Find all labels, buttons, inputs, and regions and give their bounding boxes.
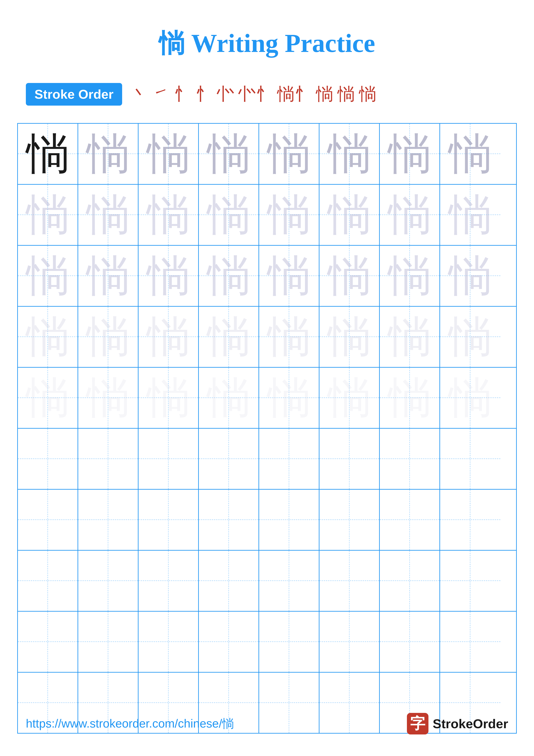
grid-cell[interactable]: 惝 (78, 246, 139, 306)
grid-cell[interactable]: 惝 (139, 307, 199, 367)
grid-cell-empty[interactable] (319, 429, 380, 489)
grid-cell-empty[interactable] (139, 490, 199, 550)
grid-cell-empty[interactable] (259, 551, 319, 611)
grid-cell-empty[interactable] (440, 551, 500, 611)
footer: https://www.strokeorder.com/chinese/惝 字 … (0, 713, 534, 735)
grid-cell-empty[interactable] (18, 490, 78, 550)
grid-cell[interactable]: 惝 (139, 246, 199, 306)
character-guide: 惝 (267, 376, 311, 419)
stroke-4: 忄 (195, 83, 213, 106)
character-guide: 惝 (267, 132, 311, 176)
grid-cell-empty[interactable] (199, 551, 259, 611)
character-guide: 惝 (388, 376, 431, 419)
grid-cell[interactable]: 惝 (199, 124, 259, 184)
grid-cell[interactable]: 惝 (440, 185, 500, 245)
character-guide: 惝 (207, 315, 250, 358)
grid-cell[interactable]: 惝 (18, 124, 78, 184)
grid-cell[interactable]: 惝 (380, 368, 440, 428)
grid-cell-empty[interactable] (199, 490, 259, 550)
grid-cell-empty[interactable] (380, 611, 440, 672)
grid-cell[interactable]: 惝 (319, 124, 380, 184)
grid-cell[interactable]: 惝 (380, 185, 440, 245)
grid-cell-empty[interactable] (199, 611, 259, 672)
grid-cell[interactable]: 惝 (259, 307, 319, 367)
grid-cell-empty[interactable] (380, 429, 440, 489)
character-guide: 惝 (87, 315, 130, 358)
stroke-order-badge: Stroke Order (26, 83, 122, 106)
grid-cell-empty[interactable] (18, 551, 78, 611)
grid-cell[interactable]: 惝 (380, 307, 440, 367)
footer-logo: 字 StrokeOrder (407, 713, 508, 735)
grid-cell[interactable]: 惝 (199, 246, 259, 306)
grid-cell[interactable]: 惝 (440, 246, 500, 306)
grid-row (18, 551, 516, 611)
grid-cell[interactable]: 惝 (139, 124, 199, 184)
grid-cell[interactable]: 惝 (139, 368, 199, 428)
stroke-5: 㣺 (217, 83, 234, 106)
grid-cell[interactable]: 惝 (18, 185, 78, 245)
grid-cell[interactable]: 惝 (259, 246, 319, 306)
grid-cell[interactable]: 惝 (78, 307, 139, 367)
grid-cell[interactable]: 惝 (78, 368, 139, 428)
grid-cell[interactable]: 惝 (18, 246, 78, 306)
grid-cell[interactable]: 惝 (18, 307, 78, 367)
grid-cell[interactable]: 惝 (78, 124, 139, 184)
grid-cell[interactable]: 惝 (259, 124, 319, 184)
stroke-7: 惝忄 (277, 83, 312, 106)
grid-cell[interactable]: 惝 (319, 368, 380, 428)
grid-cell[interactable]: 惝 (259, 368, 319, 428)
grid-cell[interactable]: 惝 (319, 246, 380, 306)
grid-cell-empty[interactable] (18, 429, 78, 489)
grid-cell-empty[interactable] (139, 611, 199, 672)
character-guide: 惝 (207, 132, 250, 176)
grid-cell-empty[interactable] (319, 490, 380, 550)
grid-cell-empty[interactable] (319, 551, 380, 611)
character-guide: 惝 (267, 254, 311, 297)
grid-cell-empty[interactable] (139, 551, 199, 611)
character-guide: 惝 (26, 376, 69, 419)
character-guide: 惝 (388, 193, 431, 236)
grid-cell-empty[interactable] (78, 551, 139, 611)
grid-cell[interactable]: 惝 (199, 368, 259, 428)
grid-cell-empty[interactable] (440, 490, 500, 550)
grid-cell-empty[interactable] (18, 611, 78, 672)
grid-cell[interactable]: 惝 (440, 368, 500, 428)
grid-cell[interactable]: 惝 (18, 368, 78, 428)
grid-cell[interactable]: 惝 (139, 185, 199, 245)
grid-cell-empty[interactable] (78, 611, 139, 672)
character-guide: 惝 (449, 315, 492, 358)
footer-url[interactable]: https://www.strokeorder.com/chinese/惝 (26, 716, 234, 732)
grid-cell-empty[interactable] (78, 490, 139, 550)
grid-cell-empty[interactable] (380, 490, 440, 550)
grid-cell-empty[interactable] (259, 429, 319, 489)
grid-cell-empty[interactable] (259, 490, 319, 550)
grid-cell-empty[interactable] (259, 611, 319, 672)
grid-cell[interactable]: 惝 (78, 185, 139, 245)
grid-cell[interactable]: 惝 (199, 185, 259, 245)
grid-cell[interactable]: 惝 (319, 185, 380, 245)
grid-cell[interactable]: 惝 (259, 185, 319, 245)
character-guide: 惝 (87, 193, 130, 236)
character-guide: 惝 (147, 376, 190, 419)
character-guide: 惝 (26, 254, 69, 297)
grid-cell-empty[interactable] (380, 551, 440, 611)
grid-cell-empty[interactable] (78, 429, 139, 489)
character-guide: 惝 (147, 132, 190, 176)
grid-cell[interactable]: 惝 (380, 124, 440, 184)
grid-cell[interactable]: 惝 (380, 246, 440, 306)
grid-cell[interactable]: 惝 (319, 307, 380, 367)
grid-cell-empty[interactable] (440, 611, 500, 672)
character-guide: 惝 (328, 376, 371, 419)
grid-cell-empty[interactable] (440, 429, 500, 489)
grid-cell-empty[interactable] (199, 429, 259, 489)
grid-cell-empty[interactable] (139, 429, 199, 489)
grid-cell[interactable]: 惝 (199, 307, 259, 367)
stroke-6: 㣺忄 (239, 83, 273, 106)
grid-cell[interactable]: 惝 (440, 307, 500, 367)
footer-logo-text: StrokeOrder (433, 716, 508, 731)
character-guide: 惝 (26, 193, 69, 236)
grid-cell-empty[interactable] (319, 611, 380, 672)
grid-cell[interactable]: 惝 (440, 124, 500, 184)
character-guide: 惝 (449, 376, 492, 419)
character-guide: 惝 (207, 376, 250, 419)
